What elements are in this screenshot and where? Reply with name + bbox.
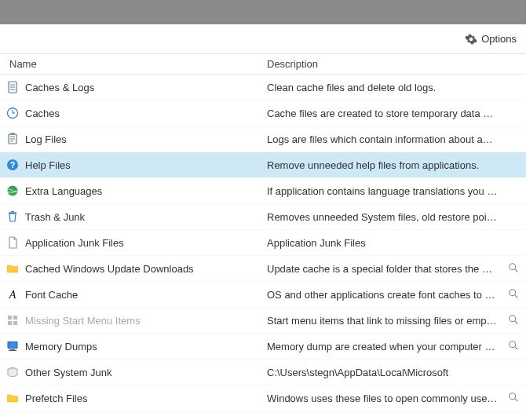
svg-line-36: [515, 399, 518, 402]
svg-rect-25: [13, 321, 17, 325]
row-name: Extra Languages: [25, 185, 243, 197]
doc-icon: [6, 81, 19, 93]
item-list: Caches & Logs Clean cache files and dele…: [0, 75, 526, 420]
window-titlebar: [0, 0, 526, 24]
toolbar: Options: [0, 24, 526, 54]
svg-line-27: [515, 321, 518, 324]
row-description: OS and other applications create font ca…: [243, 289, 502, 301]
row-icon-cell: [0, 210, 25, 223]
list-row[interactable]: Trash & Junk Removes unneeded System fil…: [0, 204, 526, 230]
list-row[interactable]: Caches & Logs Clean cache files and dele…: [0, 75, 526, 100]
row-description: Update cache is a special folder that st…: [243, 263, 502, 275]
svg-point-35: [510, 393, 516, 400]
search-icon[interactable]: [508, 262, 521, 275]
row-description: Start menu items that link to missing fi…: [243, 315, 502, 327]
list-row[interactable]: Prefetch Files Windows uses these files …: [0, 385, 526, 411]
row-action-cell: [502, 314, 526, 327]
svg-rect-16: [11, 211, 14, 213]
row-description: Cache files are created to store tempora…: [243, 108, 502, 119]
row-icon-cell: [0, 184, 25, 197]
disk-icon: [6, 366, 19, 378]
search-icon[interactable]: [508, 288, 521, 301]
row-name: Memory Dumps: [25, 341, 243, 352]
list-row[interactable]: Memory Dumps Memory dump are created whe…: [0, 334, 526, 360]
list-row[interactable]: Cached Windows Update Downloads Update c…: [0, 256, 526, 282]
svg-text:A: A: [9, 289, 16, 301]
row-icon-cell: [0, 81, 25, 93]
help-icon: ?: [6, 159, 19, 171]
svg-rect-15: [9, 213, 16, 214]
row-name: Missing Start Menu Items: [25, 315, 243, 327]
row-description: Removes unneeded System files, old resto…: [243, 211, 502, 223]
row-description: Remove unneeded help files from applicat…: [243, 159, 502, 171]
gear-icon: [465, 33, 477, 46]
row-description: Logs are files which contain information…: [243, 133, 502, 145]
row-icon-cell: [0, 366, 25, 378]
list-row[interactable]: Other System Junk C:\Users\stegn\AppData…: [0, 360, 526, 385]
start-icon: [6, 314, 19, 327]
svg-rect-23: [13, 316, 17, 320]
svg-rect-11: [10, 133, 15, 135]
list-row[interactable]: Caches Cache files are created to store …: [0, 100, 526, 126]
column-desc-header[interactable]: Description: [243, 58, 526, 70]
svg-point-20: [510, 290, 516, 296]
row-icon-cell: [0, 262, 25, 275]
row-name: Application Junk Files: [25, 237, 243, 249]
svg-line-33: [515, 347, 518, 350]
row-name: Font Cache: [25, 289, 243, 301]
row-name: Prefetch Files: [25, 393, 243, 404]
row-description: C:\Users\stegn\AppData\Local\Microsoft: [243, 367, 502, 378]
notes-icon: [6, 133, 19, 145]
globe-icon: [6, 184, 19, 197]
row-description: Application Junk Files: [243, 237, 502, 249]
row-name: Other System Junk: [25, 367, 243, 378]
options-button[interactable]: Options: [460, 30, 521, 49]
monitor-icon: [6, 340, 19, 352]
list-row[interactable]: Recycle Bin Recycle Bin: [0, 411, 526, 420]
svg-rect-31: [9, 350, 16, 351]
row-action-cell: [502, 392, 526, 404]
list-row[interactable]: ? Help Files Remove unneeded help files …: [0, 152, 526, 178]
row-action-cell: [502, 340, 526, 352]
svg-rect-29: [9, 342, 17, 348]
row-icon-cell: [0, 107, 25, 119]
row-icon-cell: [0, 340, 25, 352]
clock-icon: [6, 107, 19, 119]
search-icon[interactable]: [508, 314, 521, 327]
list-row[interactable]: Application Junk Files Application Junk …: [0, 230, 526, 256]
row-name: Caches & Logs: [25, 82, 243, 93]
folder-icon: [6, 262, 19, 275]
search-icon[interactable]: [508, 392, 521, 404]
row-icon-cell: [0, 236, 25, 249]
svg-line-21: [515, 295, 518, 298]
list-row[interactable]: Extra Languages If application contains …: [0, 178, 526, 204]
options-label: Options: [481, 33, 517, 45]
svg-text:?: ?: [10, 160, 16, 170]
svg-line-18: [515, 269, 518, 272]
list-row[interactable]: Log Files Logs are files which contain i…: [0, 126, 526, 152]
trash-icon: [6, 210, 19, 223]
row-action-cell: [502, 262, 526, 275]
row-description: Memory dump are created when your comput…: [243, 341, 502, 352]
row-name: Help Files: [25, 159, 243, 171]
svg-point-32: [510, 341, 516, 348]
svg-rect-22: [8, 316, 12, 320]
column-name-header[interactable]: Name: [0, 58, 243, 70]
row-description: Windows uses these files to open commonl…: [243, 393, 502, 404]
svg-rect-30: [10, 349, 15, 350]
font-icon: A: [6, 288, 19, 301]
search-icon[interactable]: [508, 340, 521, 352]
row-icon-cell: ?: [0, 159, 25, 171]
list-row[interactable]: Missing Start Menu Items Start menu item…: [0, 308, 526, 334]
row-description: If application contains language transla…: [243, 185, 502, 197]
svg-point-17: [510, 264, 516, 270]
list-row[interactable]: A Font Cache OS and other applications c…: [0, 282, 526, 308]
svg-rect-24: [8, 321, 12, 325]
row-name: Trash & Junk: [25, 211, 243, 223]
row-icon-cell: [0, 392, 25, 404]
column-headers: Name Description: [0, 54, 526, 75]
row-description: Clean cache files and delete old logs.: [243, 82, 502, 93]
folder-icon: [6, 392, 19, 404]
row-icon-cell: [0, 133, 25, 145]
svg-point-26: [510, 316, 516, 322]
